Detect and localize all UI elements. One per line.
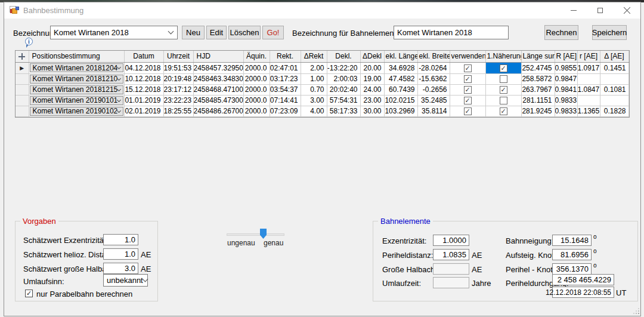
column-header[interactable]: Äquin.: [243, 51, 270, 62]
naeherung-checkbox[interactable]: [500, 97, 507, 104]
go-button[interactable]: Go!: [262, 26, 284, 39]
positionsbestimmung-cell[interactable]: Komet Wirtanen 20190101: [29, 95, 124, 106]
datum-cell[interactable]: 15.12.2018: [124, 84, 163, 95]
delta-cell[interactable]: 0.1828: [600, 106, 628, 116]
aequin-cell[interactable]: 2000.0: [243, 84, 270, 95]
column-header[interactable]: 1.Näherung: [485, 51, 521, 62]
column-header[interactable]: ekl. Breite: [417, 51, 450, 62]
naeherung-checkbox[interactable]: ✓: [500, 86, 507, 94]
drekt-cell[interactable]: 1.00: [301, 73, 327, 84]
row-selector[interactable]: [16, 95, 29, 106]
close-button[interactable]: [614, 2, 640, 19]
dekl-cell[interactable]: 57:54:31: [327, 95, 360, 106]
grid-corner-cell[interactable]: [16, 51, 29, 62]
parabelbahn-checkbox[interactable]: ✓: [25, 290, 33, 297]
R-cell[interactable]: 0.9841: [555, 84, 577, 95]
verwenden-checkbox[interactable]: ✓: [464, 97, 472, 104]
column-header[interactable]: R [AE]: [555, 51, 577, 62]
laenge_sun-cell[interactable]: 281.9245: [521, 106, 555, 116]
verwenden-checkbox[interactable]: ✓: [464, 64, 472, 72]
delta-cell[interactable]: 0.1081: [600, 84, 628, 95]
uhrzeit-cell[interactable]: 19:51:53: [163, 62, 193, 73]
verwenden-cell[interactable]: ✓: [450, 84, 485, 95]
delta-cell[interactable]: [600, 73, 628, 84]
verwenden-checkbox[interactable]: ✓: [464, 86, 472, 94]
ekl_laenge-cell[interactable]: 102.0215: [384, 95, 417, 106]
R-cell[interactable]: 0.9833: [555, 95, 577, 106]
naeherung-checkbox[interactable]: [500, 75, 507, 83]
column-header[interactable]: Δ [AE]: [600, 51, 628, 62]
rekt-cell[interactable]: 03:54:37: [270, 84, 301, 95]
delta-cell[interactable]: 0.1451: [600, 62, 628, 73]
dekl-cell[interactable]: 58:17:33: [327, 106, 360, 116]
laenge_sun-cell[interactable]: 252.4745: [521, 62, 555, 73]
dekl-cell[interactable]: -13:22:20: [327, 62, 360, 73]
datum-cell[interactable]: 04.12.2018: [124, 62, 163, 73]
rechnen-button[interactable]: Rechnen: [544, 25, 578, 40]
naeherung-cell[interactable]: ✓: [485, 84, 521, 95]
aequin-cell[interactable]: 2000.0: [243, 106, 270, 116]
R-cell[interactable]: 0.9833: [555, 106, 577, 116]
ekl_breite-cell[interactable]: -0.2656: [417, 84, 450, 95]
column-header[interactable]: ΔDekl: [360, 51, 384, 62]
positionsbestimmung-cell[interactable]: Komet Wirtanen 20181204: [29, 62, 124, 73]
drekt-cell[interactable]: 2.00: [301, 62, 327, 73]
ekl_laenge-cell[interactable]: 103.2969: [384, 106, 417, 116]
dekl-cell[interactable]: 20:02:40: [327, 84, 360, 95]
edit-button[interactable]: Edit: [206, 26, 227, 39]
ekl_laenge-cell[interactable]: 34.6928: [384, 62, 417, 73]
rekt-cell[interactable]: 02:47:01: [270, 62, 301, 73]
uhrzeit-cell[interactable]: 23:17:12: [163, 84, 193, 95]
r-cell[interactable]: 1.1365: [577, 106, 600, 116]
uhrzeit-cell[interactable]: 23:22:23: [163, 95, 193, 106]
naeherung-cell[interactable]: ✓: [485, 106, 521, 116]
column-header[interactable]: Rekt.: [270, 51, 301, 62]
ekl_laenge-cell[interactable]: 60.7439: [384, 84, 417, 95]
column-header[interactable]: Datum: [124, 51, 163, 62]
column-header[interactable]: r [AE]: [577, 51, 600, 62]
hjd-cell[interactable]: 2458485.473000: [193, 95, 243, 106]
ddekl-cell[interactable]: 24.00: [360, 84, 384, 95]
row-selector[interactable]: [16, 106, 29, 116]
verwenden-cell[interactable]: ✓: [450, 95, 485, 106]
accuracy-slider-track[interactable]: [227, 233, 284, 236]
column-header[interactable]: ΔRekt: [301, 51, 327, 62]
aequin-cell[interactable]: 2000.0: [243, 95, 270, 106]
column-header[interactable]: Länge sun: [521, 51, 555, 62]
helioz-distanz-input[interactable]: 1.0: [103, 248, 138, 260]
dekl-cell[interactable]: 2:00:03: [327, 73, 360, 84]
hjd-cell[interactable]: 2458457.329500: [193, 62, 243, 73]
column-header[interactable]: Uhrzeit: [163, 51, 193, 62]
delta-cell[interactable]: [600, 95, 628, 106]
rekt-cell[interactable]: 07:14:41: [270, 95, 301, 106]
laenge_sun-cell[interactable]: 263.7967: [521, 84, 555, 95]
column-header[interactable]: Dekl.: [327, 51, 360, 62]
ddekl-cell[interactable]: 19.00: [360, 73, 384, 84]
loeschen-button[interactable]: Löschen: [228, 26, 261, 39]
umlaufsinn-combobox[interactable]: unbekannt: [103, 274, 148, 287]
r-cell[interactable]: 1.0847: [577, 84, 600, 95]
drekt-cell[interactable]: 4.00: [301, 106, 327, 116]
laenge_sun-cell[interactable]: 281.1151: [521, 95, 555, 106]
R-cell[interactable]: 0.9855: [555, 62, 577, 73]
column-header[interactable]: ekl. Länge: [384, 51, 417, 62]
naeherung-cell[interactable]: ✓: [485, 62, 521, 73]
row-selector[interactable]: ▶: [16, 62, 29, 73]
laenge_sun-cell[interactable]: 258.5872: [521, 73, 555, 84]
ddekl-cell[interactable]: 23.00: [360, 95, 384, 106]
neu-button[interactable]: Neu: [182, 26, 205, 39]
minimize-button[interactable]: [560, 2, 587, 19]
aequin-cell[interactable]: 2000.0: [243, 73, 270, 84]
bezeichnung-combobox[interactable]: Komet Wirtanen 2018: [50, 26, 178, 39]
bahnelemente-bezeichnung-input[interactable]: Komet Wirtanen 2018: [394, 26, 509, 39]
naeherung-checkbox[interactable]: ✓: [500, 107, 507, 115]
ddekl-cell[interactable]: 30.00: [360, 106, 384, 116]
datum-cell[interactable]: 01.01.2019: [124, 95, 163, 106]
ekl_breite-cell[interactable]: -28.0264: [417, 62, 450, 73]
column-header[interactable]: Positionsbestimmung: [29, 51, 124, 62]
hjd-cell[interactable]: 2458468.471000: [193, 84, 243, 95]
uhrzeit-cell[interactable]: 18:25:55: [163, 106, 193, 116]
row-selector[interactable]: [16, 84, 29, 95]
positionsbestimmung-cell[interactable]: Komet Wirtanen 20190102: [29, 106, 124, 116]
naeherung-cell[interactable]: [485, 95, 521, 106]
